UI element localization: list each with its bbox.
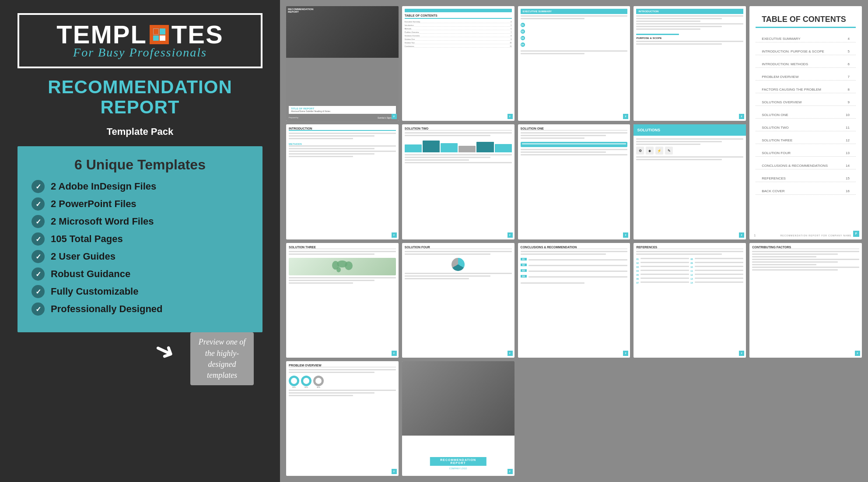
flipchart-logo-4: F xyxy=(739,114,744,119)
flipchart-logo-10: F xyxy=(392,351,397,356)
ref-09: 09 xyxy=(690,262,743,264)
ref-num-02: 02 xyxy=(636,262,640,264)
contrib-preview: CONTRIBUTING FACTORS xyxy=(749,243,862,358)
s4-line-3 xyxy=(405,273,512,274)
preview-card-solutions: SOLUTIONS ⚙ ◈ ⚡ ✎ F xyxy=(634,124,746,239)
svg-point-3 xyxy=(336,267,341,272)
toc-row-3: Methods6 xyxy=(405,28,512,30)
toc-small-title: TABLE OF CONTENTS xyxy=(405,14,512,19)
world-map xyxy=(289,258,396,275)
st-line-5 xyxy=(405,159,469,161)
cf-line-8 xyxy=(752,269,838,271)
logo-templ: TEMPL xyxy=(56,22,147,47)
con-line-1 xyxy=(521,251,628,252)
po-line-1 xyxy=(289,369,396,370)
ref-l8 xyxy=(695,258,743,259)
cover-image: RECOMMENDATION REPORT xyxy=(286,6,399,58)
es-bottom-line xyxy=(521,50,628,52)
sol-one-title: SOLUTION ONE xyxy=(521,127,628,130)
preview-card-solution-two: SOLUTION TWO F xyxy=(402,124,514,239)
feature-text-8: Professionally Designed xyxy=(51,303,163,315)
left-panel: TEMPL TES For Busy Professionals RECOMME… xyxy=(0,0,280,482)
flipchart-logo-7: F xyxy=(508,232,513,238)
feature-item-3: ✓ 2 Microsoft Word Files xyxy=(32,215,248,228)
ref-line-1 xyxy=(636,251,743,252)
toc-lg-row-11: CONCLUSIONS & RECOMMENDATIONS14 xyxy=(756,159,856,169)
es-item-03: 03 xyxy=(521,35,628,40)
bar-6 xyxy=(495,144,512,153)
feature-text-4: 105 Total Pages xyxy=(51,233,123,245)
sl-line-2 xyxy=(636,141,722,142)
cover-footer: Prepared by Samba's Signature xyxy=(289,116,396,119)
toc-lg-row-1: EXECUTIVE SUMMARY4 xyxy=(756,32,856,42)
ref-l5 xyxy=(640,274,689,275)
back-cover-image xyxy=(402,361,514,436)
problem-title: PROBLEM OVERVIEW xyxy=(289,364,396,367)
flipchart-logo-6: F xyxy=(392,232,397,238)
ref-l3 xyxy=(640,266,689,267)
id-line-5 xyxy=(289,148,374,149)
sl-line-1 xyxy=(636,138,743,140)
feature-item-1: ✓ 2 Adobe InDesign Files xyxy=(32,180,248,193)
donut-item-2: 50% xyxy=(301,376,312,388)
intro-sub-line xyxy=(636,41,743,42)
con-item-01: 01 xyxy=(521,258,628,262)
s4-line-5 xyxy=(405,278,469,279)
id-line-7 xyxy=(289,153,374,155)
con-n-line4 xyxy=(528,276,628,278)
check-icon-1: ✓ xyxy=(32,180,45,193)
flipchart-logo-14: F xyxy=(855,351,860,356)
badge-area: ➜ Preview one of the highly-designed tem… xyxy=(18,332,262,367)
feature-item-7: ✓ Fully Customizable xyxy=(32,285,248,298)
sol-icon-4: ✎ xyxy=(665,147,673,155)
preview-card-solution-four: SOLUTION FOUR F xyxy=(402,243,514,358)
ref-13: 13 xyxy=(690,278,743,280)
so-line-5 xyxy=(521,151,606,153)
es-line-1 xyxy=(521,15,628,17)
toc-lg-row-9: SOLUTION THREE12 xyxy=(756,134,856,144)
con-n-line2 xyxy=(528,265,628,266)
toc-lg-row-10: SOLUTION FOUR13 xyxy=(756,147,856,157)
cover-subtitle: Abstract/Some Subtitle Heading & Notes xyxy=(291,110,394,113)
ref-01: 01 xyxy=(636,258,689,260)
st-line-2 xyxy=(405,135,490,136)
pie-chart xyxy=(452,258,465,271)
cf-line-2 xyxy=(752,253,838,255)
con-line-3 xyxy=(521,282,585,284)
ref-14: 14 xyxy=(690,281,743,284)
preview-card-exec-summary: EXECUTIVE SUMMARY 01 02 xyxy=(518,6,630,121)
icon-q2 xyxy=(160,28,165,35)
flipchart-logo-12: F xyxy=(623,351,628,356)
con-line-2 xyxy=(521,253,606,255)
sl-line-4 xyxy=(636,156,743,158)
flipchart-logo-1: F xyxy=(392,114,397,119)
sol-three-preview: SOLUTION THREE xyxy=(286,243,399,358)
bar-3 xyxy=(441,143,458,152)
st-line-4 xyxy=(405,157,490,158)
icon-q4 xyxy=(160,35,165,41)
main-title: RECOMMENDATION REPORT xyxy=(18,77,262,117)
ref-num-12: 12 xyxy=(690,274,694,276)
ref-num-07: 07 xyxy=(636,281,640,284)
es-bottom-line2 xyxy=(521,53,585,54)
ref-l1 xyxy=(640,258,689,259)
preview-card-solution-one: SOLUTION ONE F xyxy=(518,124,630,239)
feature-item-6: ✓ Robust Guidance xyxy=(32,267,248,281)
logo-text: TEMPL TES xyxy=(30,22,250,47)
num-03: 03 xyxy=(521,36,525,40)
solutions-preview: SOLUTIONS ⚙ ◈ ⚡ ✎ xyxy=(634,124,746,239)
cover-bottom: TITLE OF REPORT Abstract/Some Subtitle H… xyxy=(286,58,399,121)
s4-line-1 xyxy=(405,251,512,252)
st-line-3 xyxy=(405,154,512,155)
preview-badge: Preview one of the highly-designed templ… xyxy=(190,332,254,385)
sol-icon-2: ◈ xyxy=(646,147,654,155)
id-line-1 xyxy=(289,133,396,134)
logo-icon-box xyxy=(150,25,169,44)
ref-num-03: 03 xyxy=(636,266,640,268)
preview-card-problem: PROBLEM OVERVIEW 50% 50% 30% xyxy=(286,361,399,476)
preview-card-intro: INTRODUCTION PURPOSE & SCOPE F xyxy=(634,6,746,121)
flipchart-logo-9: F xyxy=(739,232,744,238)
check-icon-6: ✓ xyxy=(32,267,45,281)
sol-one-preview: SOLUTION ONE xyxy=(518,124,630,239)
preview-card-toc-large: TABLE OF CONTENTS EXECUTIVE SUMMARY4 INT… xyxy=(749,6,862,239)
